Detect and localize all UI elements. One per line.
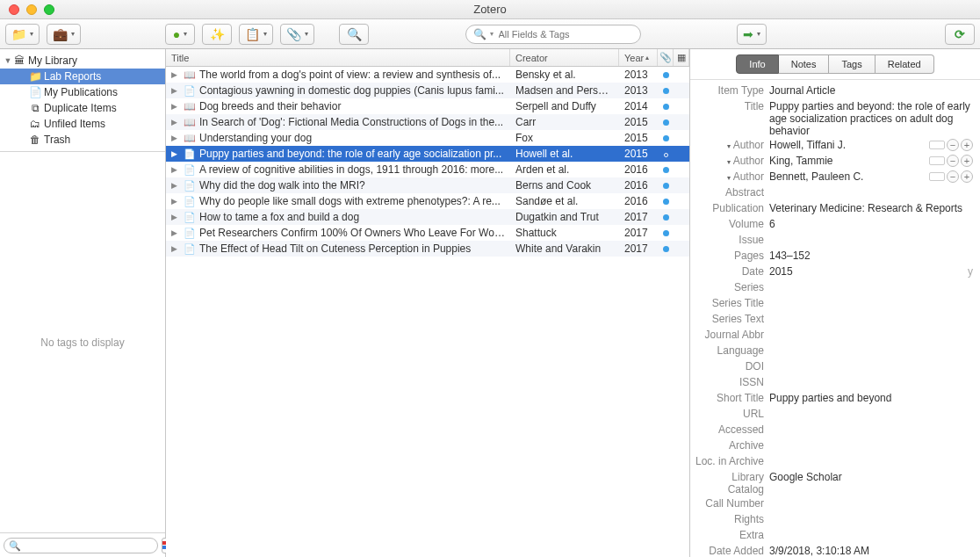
author-value[interactable]: King, Tammie [769,155,926,167]
item-year: 2015 [619,148,658,160]
swap-names-button[interactable] [929,141,945,149]
items-pane: Title Creator Year 📎 ▦ ▶📖The world from … [166,49,690,557]
item-type-value[interactable]: Journal Article [769,84,973,97]
pages-value[interactable]: 143–152 [769,250,973,262]
remove-author-button[interactable]: − [947,170,959,183]
disclosure-icon[interactable]: ▶ [171,70,180,79]
item-row[interactable]: ▶📄Why do people like small dogs with ext… [166,193,689,209]
field-label: Language [694,344,769,357]
date-value[interactable]: 2015y [769,265,973,278]
field-label: Series Text [694,313,769,325]
field-label[interactable]: Author [694,139,769,151]
item-attachment-indicator [658,179,674,192]
new-note-button[interactable]: 📋▾ [239,24,273,45]
disclosure-icon[interactable]: ▶ [171,228,180,237]
sidebar-item[interactable]: ⧉Duplicate Items [0,100,165,116]
item-row[interactable]: ▶📖The world from a dog's point of view: … [166,67,689,83]
new-library-button[interactable]: 💼▾ [47,24,81,45]
book-icon: 📖 [184,132,196,144]
remove-author-button[interactable]: − [947,155,959,167]
tab-notes[interactable]: Notes [779,54,830,74]
add-author-button[interactable]: + [961,170,973,183]
sidebar-item[interactable]: 📁Lab Reports [0,69,165,84]
item-row[interactable]: ▶📄Pet Researchers Confirm 100% Of Owners… [166,225,689,241]
new-collection-button[interactable]: 📁▾ [5,24,40,45]
swap-names-button[interactable] [929,156,945,165]
search-input[interactable] [499,29,633,40]
item-attachment-indicator [658,163,674,176]
title-value[interactable]: Puppy parties and beyond: the role of ea… [769,100,973,137]
sidebar-item[interactable]: 🗑Trash [0,132,165,148]
author-value[interactable]: Howell, Tiffani J. [769,139,926,151]
add-author-button[interactable]: + [961,139,973,151]
disclosure-icon[interactable]: ▶ [171,102,180,111]
item-row[interactable]: ▶📄The Effect of Head Tilt on Cuteness Pe… [166,241,689,257]
item-row[interactable]: ▶📄Contagious yawning in domestic dog pup… [166,83,689,98]
tag-search-input[interactable] [4,538,158,553]
column-header-creator[interactable]: Creator [510,49,619,66]
locate-button[interactable]: ➡▾ [737,24,767,45]
item-year: 2016 [619,195,658,207]
sidebar-item[interactable]: 🗂Unfiled Items [0,116,165,132]
disclosure-icon[interactable]: ▶ [171,118,180,127]
field-label: Accessed [694,423,769,436]
note-icon: 📋 [245,27,260,41]
swap-names-button[interactable] [929,172,945,181]
column-picker-button[interactable]: ▦ [674,49,689,66]
item-creator: Madsen and Persson [510,84,619,97]
add-by-identifier-button[interactable]: ✨ [202,24,232,45]
item-row[interactable]: ▶📖Dog breeds and their behaviorSerpell a… [166,98,689,114]
field-label: Extra [694,529,769,541]
catalog-value[interactable]: Google Scholar [769,471,973,483]
column-header-year[interactable]: Year [619,49,658,66]
tab-tags[interactable]: Tags [829,54,875,74]
arrow-right-icon: ➡ [743,27,753,41]
item-title: Contagious yawning in domestic dog puppi… [199,84,505,97]
item-row[interactable]: ▶📄A review of cognitive abilities in dog… [166,162,689,177]
disclosure-icon[interactable]: ▶ [171,181,180,190]
item-row[interactable]: ▶📖Understanding your dogFox2015 [166,130,689,146]
disclosure-icon[interactable]: ▶ [171,149,180,158]
item-row[interactable]: ▶📖In Search of 'Dog': Fictional Media Co… [166,114,689,130]
item-title: In Search of 'Dog': Fictional Media Cons… [199,116,505,128]
short-title-value[interactable]: Puppy parties and beyond [769,392,973,404]
sidebar-item-label: Duplicate Items [44,102,117,114]
disclosure-icon[interactable]: ▶ [171,213,180,221]
field-label: Short Title [694,392,769,404]
item-row[interactable]: ▶📄Why did the dog walk into the MRI?Bern… [166,177,689,193]
item-creator: Dugatkin and Trut [510,211,619,223]
disclosure-icon[interactable]: ▶ [171,165,180,174]
disclosure-icon[interactable]: ▶ [171,86,180,95]
advanced-search-button[interactable]: 🔍 [339,24,369,45]
chevron-down-icon: ▾ [490,30,494,38]
disclosure-icon[interactable]: ▼ [4,56,12,65]
disclosure-icon[interactable]: ▶ [171,134,180,142]
disclosure-icon[interactable]: ▶ [171,244,180,253]
tags-empty-label: No tags to display [40,336,124,349]
tab-related[interactable]: Related [876,54,934,74]
field-label[interactable]: Author [694,170,769,183]
add-author-button[interactable]: + [961,155,973,167]
item-year: 2016 [619,163,658,176]
item-row[interactable]: ▶📄How to tame a fox and build a dogDugat… [166,209,689,225]
volume-value[interactable]: 6 [769,218,973,230]
item-creator: Arden et al. [510,163,619,176]
disclosure-icon[interactable]: ▶ [171,197,180,206]
attach-button[interactable]: 📎▾ [280,24,314,45]
library-root[interactable]: ▼ 🏛 My Library [0,53,165,69]
chevron-down-icon: ▾ [30,30,33,38]
sidebar-item[interactable]: 📄My Publications [0,84,165,100]
field-label[interactable]: Author [694,155,769,167]
item-row[interactable]: ▶📄Puppy parties and beyond: the role of … [166,146,689,162]
author-value[interactable]: Bennett, Pauleen C. [769,170,926,183]
field-label: Title [694,100,769,112]
publication-value[interactable]: Veterinary Medicine: Research & Reports [769,202,973,214]
collection-icon: ⧉ [28,102,42,114]
tab-info[interactable]: Info [736,54,778,74]
remove-author-button[interactable]: − [947,139,959,151]
search-field[interactable]: 🔍▾ [465,25,641,44]
sync-button[interactable]: ⟳ [945,24,975,45]
column-header-attachment[interactable]: 📎 [658,49,674,66]
column-header-title[interactable]: Title [166,49,510,66]
new-item-button[interactable]: ●▾ [165,24,195,45]
